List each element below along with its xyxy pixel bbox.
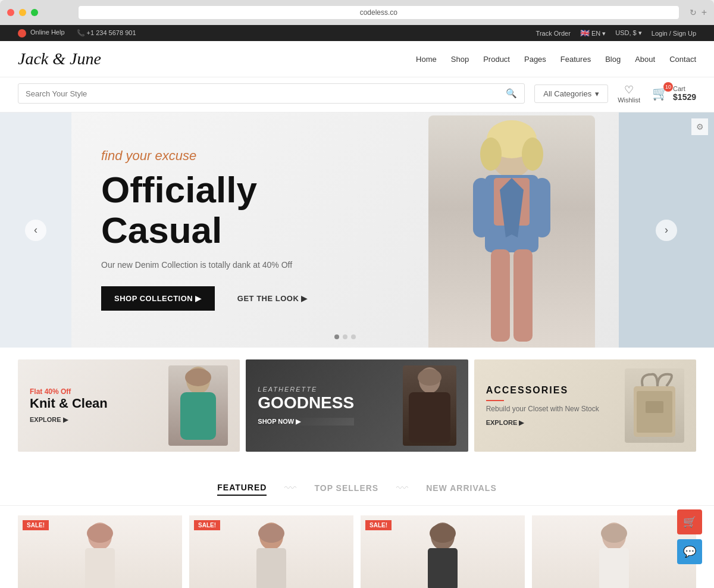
dot-3[interactable] <box>351 334 356 339</box>
nav-home[interactable]: Home <box>416 55 437 64</box>
dot-1[interactable] <box>334 334 339 339</box>
address-bar[interactable]: codeless.co <box>79 6 679 19</box>
nav-pages[interactable]: Pages <box>524 55 546 64</box>
heart-icon: ♡ <box>624 83 634 96</box>
currency-label: USD, $ <box>615 29 636 36</box>
tab-separator-1: 〰 <box>284 481 296 495</box>
hero-prev-button[interactable]: ‹ <box>0 112 71 348</box>
maximize-dot[interactable] <box>31 9 38 16</box>
sale-badge-3: SALE! <box>365 520 392 530</box>
category-label: All Categories <box>543 89 591 98</box>
promo-card-2-text: LEATHERETTE GOODNESS SHOP NOW ▶ <box>258 386 354 426</box>
login-link[interactable]: Login / Sign Up <box>652 30 696 37</box>
hero-title-line1: Officially <box>101 169 257 210</box>
help-item[interactable]: Online Help <box>18 29 65 37</box>
dropdown-chevron: ▾ <box>595 89 599 98</box>
promo-card-leatherette[interactable]: LEATHERETTE GOODNESS SHOP NOW ▶ <box>246 359 468 452</box>
browser-titlebar: codeless.co ↻ + <box>0 0 714 25</box>
promo-explore-3[interactable]: EXPLORE ▶ <box>486 419 599 427</box>
product-card-4[interactable] <box>532 515 696 588</box>
minimize-dot[interactable] <box>19 9 26 16</box>
next-arrow-icon[interactable]: › <box>656 220 677 241</box>
cart-badge: 10 <box>663 82 673 92</box>
promo-title-3: ACCESSORIES <box>486 384 599 396</box>
floating-chat-button[interactable]: 💬 <box>677 539 702 564</box>
promo-card-1-text: Flat 40% Off Knit & Clean EXPLORE ▶ <box>30 387 108 424</box>
tab-featured[interactable]: FEATURED <box>217 480 267 496</box>
product-2-figure <box>242 521 301 588</box>
expand-icon[interactable]: + <box>702 7 707 18</box>
promo-sub-2: LEATHERETTE <box>258 386 354 393</box>
floating-cart-button[interactable]: 🛒 <box>677 509 702 534</box>
dot-2[interactable] <box>343 334 347 339</box>
currency-selector[interactable]: USD, $ ▾ <box>615 29 642 37</box>
category-dropdown[interactable]: All Categories ▾ <box>534 85 608 103</box>
settings-icon[interactable]: ⚙ <box>691 118 708 135</box>
cart-info: Cart $1529 <box>673 85 696 102</box>
phone-icon: 📞 <box>77 29 85 36</box>
hero-buttons: SHOP COLLECTION ▶ GET THE LOOK ▶ <box>101 286 321 311</box>
phone-item[interactable]: 📞 +1 234 5678 901 <box>77 29 136 37</box>
wishlist-button[interactable]: ♡ Wishlist <box>618 83 640 104</box>
promo-explore-1[interactable]: EXPLORE ▶ <box>30 416 108 424</box>
nav-features[interactable]: Features <box>560 55 591 64</box>
tab-separator-2: 〰 <box>396 481 408 495</box>
hero-next-button[interactable]: ⚙ › <box>619 112 714 348</box>
nav-blog[interactable]: Blog <box>605 55 621 64</box>
promo-card-1-bg: Flat 40% Off Knit & Clean EXPLORE ▶ <box>18 359 240 452</box>
currency-chevron: ▾ <box>638 29 642 36</box>
svg-rect-31 <box>599 548 629 588</box>
topbar-left: Online Help 📞 +1 234 5678 901 <box>18 29 136 37</box>
close-dot[interactable] <box>7 9 14 16</box>
nav-shop[interactable]: Shop <box>451 55 469 64</box>
topbar: Online Help 📞 +1 234 5678 901 Track Orde… <box>0 25 714 41</box>
hero-title-line2: Casual <box>101 209 222 251</box>
hero-title: Officially Casual <box>101 170 321 251</box>
get-look-button[interactable]: GET THE LOOK ▶ <box>224 286 321 311</box>
search-input-wrap[interactable]: 🔍 <box>18 83 525 104</box>
promo-shopnow-2[interactable]: SHOP NOW ▶ <box>258 418 354 426</box>
language-selector[interactable]: 🇬🇧 EN ▾ <box>580 29 606 37</box>
promo-section: Flat 40% Off Knit & Clean EXPLORE ▶ LEAT… <box>0 348 714 464</box>
product-card-3[interactable]: SALE! <box>361 515 525 588</box>
tab-top-sellers[interactable]: TOP SELLERS <box>314 481 378 495</box>
promo-title-2: GOODNESS <box>258 393 354 413</box>
product-card-1[interactable]: SALE! <box>18 515 182 588</box>
promo-card-knit[interactable]: Flat 40% Off Knit & Clean EXPLORE ▶ <box>18 359 240 452</box>
knit-model <box>168 365 228 446</box>
product-4-figure <box>584 521 644 588</box>
model-silhouette <box>452 118 571 345</box>
svg-rect-16 <box>409 392 450 443</box>
hero-subtitle: find your excuse <box>101 148 321 164</box>
promo-tag-1: Flat 40% Off <box>30 387 108 396</box>
promo-card-3-bg: ACCESSORIES Rebuild your Closet with New… <box>474 359 696 452</box>
help-icon <box>18 29 26 37</box>
hero-content: find your excuse Officially Casual Our n… <box>101 148 321 311</box>
nav-about[interactable]: About <box>635 55 655 64</box>
promo-card-2-bg: LEATHERETTE GOODNESS SHOP NOW ▶ <box>246 359 468 452</box>
hero-model-area <box>428 115 595 348</box>
promo-image-3 <box>625 368 684 443</box>
nav-contact[interactable]: Contact <box>669 55 696 64</box>
cart-icon-wrap: 🛒 10 <box>652 86 668 101</box>
wishlist-label: Wishlist <box>618 96 640 104</box>
promo-card-accessories[interactable]: ACCESSORIES Rebuild your Closet with New… <box>474 359 696 452</box>
svg-rect-22 <box>85 548 115 588</box>
product-card-2[interactable]: SALE! <box>189 515 353 588</box>
floating-buttons: 🛒 💬 <box>677 509 702 564</box>
prev-arrow-icon[interactable]: ‹ <box>25 220 46 241</box>
cart-button[interactable]: 🛒 10 Cart $1529 <box>652 85 696 102</box>
tab-new-arrivals[interactable]: NEW ARRIVALS <box>426 481 497 495</box>
search-icon[interactable]: 🔍 <box>506 88 517 99</box>
svg-point-29 <box>430 524 456 543</box>
hero-model-image <box>428 115 595 348</box>
promo-image-1 <box>168 365 228 446</box>
shop-collection-button[interactable]: SHOP COLLECTION ▶ <box>101 286 215 311</box>
logo[interactable]: Jack & June <box>18 49 101 68</box>
svg-rect-13 <box>180 392 216 440</box>
track-order-link[interactable]: Track Order <box>536 30 571 37</box>
nav-product[interactable]: Product <box>483 55 510 64</box>
refresh-icon[interactable]: ↻ <box>690 8 697 17</box>
product-3-figure <box>413 521 472 588</box>
search-input[interactable] <box>26 89 506 98</box>
